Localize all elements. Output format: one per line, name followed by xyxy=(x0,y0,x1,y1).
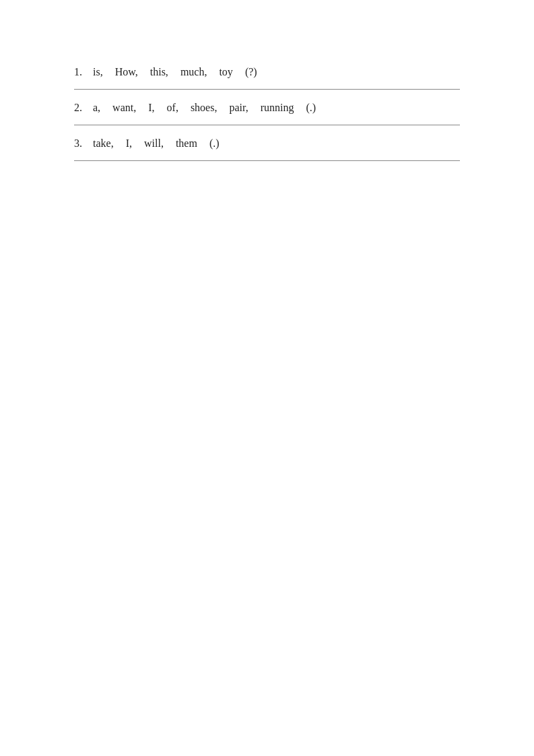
exercise-row-3: 3.take,I,will,them(.) xyxy=(74,125,460,160)
word-2-6: pair, xyxy=(229,102,248,114)
exercise-number-1: 1. xyxy=(74,66,93,78)
word-2-5: shoes, xyxy=(191,102,218,114)
exercise-words-1: is,How,this,much,toy(?) xyxy=(93,66,460,78)
exercise-item-2: 2.a,want,I,of,shoes,pair,running(.) xyxy=(74,90,460,125)
word-3-3: will, xyxy=(144,137,164,150)
word-2-7: running xyxy=(261,102,294,114)
exercise-number-3: 3. xyxy=(74,137,93,150)
exercise-number-2: 2. xyxy=(74,102,93,114)
word-2-1: a, xyxy=(93,102,100,114)
exercise-row-2: 2.a,want,I,of,shoes,pair,running(.) xyxy=(74,90,460,125)
word-2-4: of, xyxy=(167,102,178,114)
word-3-2: I, xyxy=(126,137,132,150)
exercise-words-2: a,want,I,of,shoes,pair,running(.) xyxy=(93,102,460,114)
word-3-1: take, xyxy=(93,137,114,150)
word-1-2: How, xyxy=(115,66,138,78)
word-1-5: toy xyxy=(219,66,232,78)
word-3-5: (.) xyxy=(209,137,220,150)
word-1-3: this, xyxy=(150,66,168,78)
exercises-container: 1.is,How,this,much,toy(?)2.a,want,I,of,s… xyxy=(74,54,460,161)
word-2-2: want, xyxy=(112,102,136,114)
word-3-4: them xyxy=(176,137,197,150)
exercise-row-1: 1.is,How,this,much,toy(?) xyxy=(74,54,460,89)
word-1-1: is, xyxy=(93,66,103,78)
word-1-6: (?) xyxy=(245,66,257,78)
divider-3 xyxy=(74,160,460,161)
word-2-3: I, xyxy=(148,102,154,114)
word-1-4: much, xyxy=(180,66,207,78)
exercise-item-1: 1.is,How,this,much,toy(?) xyxy=(74,54,460,90)
word-2-8: (.) xyxy=(306,102,316,114)
exercise-words-3: take,I,will,them(.) xyxy=(93,137,460,150)
page: 1.is,How,this,much,toy(?)2.a,want,I,of,s… xyxy=(0,0,534,756)
exercise-item-3: 3.take,I,will,them(.) xyxy=(74,125,460,161)
